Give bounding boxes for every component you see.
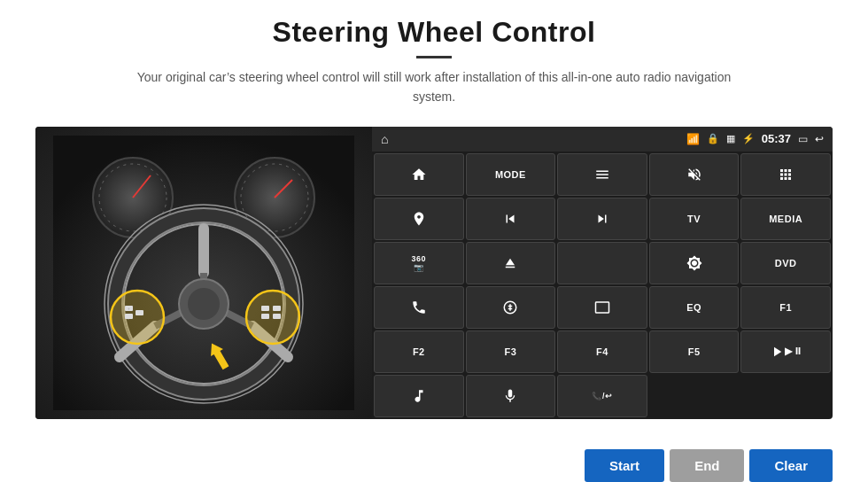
hu-btn-home[interactable] [374, 153, 464, 196]
head-unit-panel: ⌂ 📶 🔒 ▦ ⚡ 05:37 ▭ ↩ [372, 127, 833, 419]
title-divider [416, 56, 452, 58]
hu-btn-brightness[interactable] [649, 242, 740, 284]
hu-btn-handsfree[interactable]: 📞/↩ [557, 375, 647, 417]
clear-button[interactable]: Clear [749, 449, 833, 482]
svg-point-19 [111, 291, 164, 344]
start-button[interactable]: Start [585, 449, 664, 482]
hu-btn-f4[interactable]: F4 [557, 330, 647, 373]
steering-wheel-svg: + - [53, 136, 354, 410]
hu-btn-list[interactable] [557, 153, 647, 196]
wifi-icon: 📶 [686, 133, 700, 145]
hu-btn-screen[interactable] [557, 286, 647, 329]
svg-text:+: + [128, 306, 130, 311]
hu-btn-eject[interactable] [466, 242, 556, 284]
title-section: Steering Wheel Control Your original car… [35, 16, 833, 120]
car-background: + - [35, 127, 372, 419]
hu-btn-f2[interactable]: F2 [374, 330, 464, 373]
hu-btn-tv[interactable]: TV [649, 198, 740, 240]
back-icon: ↩ [815, 133, 824, 145]
car-image-panel: + - [35, 127, 372, 419]
end-button[interactable]: End [670, 449, 744, 482]
svg-rect-28 [273, 306, 281, 311]
screen-icon: ▭ [798, 133, 808, 145]
main-title: Steering Wheel Control [35, 16, 833, 49]
svg-point-18 [188, 288, 220, 320]
hu-btn-360[interactable]: 360📷 [374, 242, 464, 284]
hu-btn-mic[interactable] [466, 375, 556, 417]
hu-btn-dvd[interactable]: DVD [740, 242, 831, 284]
page-container: Steering Wheel Control Your original car… [0, 0, 868, 482]
status-left: ⌂ [381, 132, 388, 146]
hu-btn-media[interactable]: MEDIA [740, 198, 831, 240]
status-right: 📶 🔒 ▦ ⚡ 05:37 ▭ ↩ [686, 132, 824, 145]
button-grid: MODE TV [372, 152, 833, 419]
status-bar: ⌂ 📶 🔒 ▦ ⚡ 05:37 ▭ ↩ [372, 127, 833, 152]
bt-icon: ⚡ [742, 133, 755, 144]
hu-btn-playpause[interactable]: ▶⏸ [740, 330, 831, 373]
hu-btn-f5[interactable]: F5 [649, 330, 740, 373]
content-area: + - ⌂ [35, 127, 833, 442]
home-status-icon: ⌂ [381, 132, 388, 146]
hu-btn-apps[interactable] [740, 153, 831, 196]
svg-rect-23 [136, 310, 143, 315]
hu-btn-f3[interactable]: F3 [466, 330, 556, 373]
hu-btn-mute[interactable] [649, 153, 740, 196]
status-time: 05:37 [762, 132, 791, 145]
hu-btn-f1[interactable]: F1 [740, 286, 831, 329]
hu-btn-radio[interactable] [557, 242, 647, 284]
hu-btn-music[interactable] [374, 375, 464, 417]
hu-btn-navi2[interactable] [466, 286, 556, 329]
hu-btn-mode[interactable]: MODE [466, 153, 556, 196]
svg-rect-29 [273, 314, 281, 319]
hu-btn-eq[interactable]: EQ [649, 286, 740, 329]
hu-btn-nav[interactable] [374, 198, 464, 240]
svg-rect-27 [261, 314, 269, 319]
hu-btn-next[interactable] [557, 198, 647, 240]
svg-rect-26 [261, 306, 269, 311]
hu-btn-phone[interactable] [374, 286, 464, 329]
hu-btn-prev[interactable] [466, 198, 556, 240]
subtitle: Your original car’s steering wheel contr… [124, 67, 744, 107]
lock-icon: 🔒 [707, 133, 719, 144]
bottom-action-bar: Start End Clear [35, 442, 833, 482]
sd-icon: ▦ [726, 133, 735, 144]
